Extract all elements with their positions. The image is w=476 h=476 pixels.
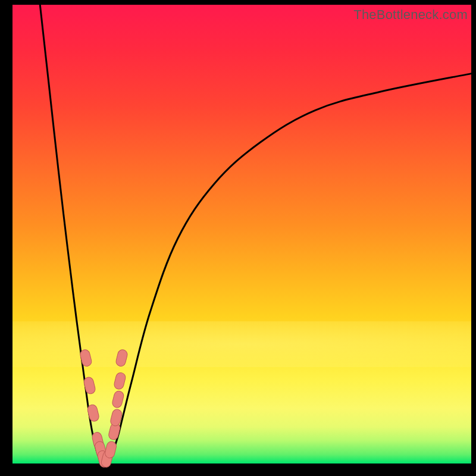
data-marker: [83, 376, 96, 394]
data-marker: [115, 349, 128, 367]
data-marker: [87, 404, 100, 422]
watermark-text: TheBottleneck.com: [353, 7, 468, 23]
curve-right-branch: [104, 74, 471, 464]
curves-svg: [12, 5, 471, 464]
chart-frame: TheBottleneck.com: [0, 0, 476, 476]
data-marker: [79, 349, 92, 367]
data-marker: [104, 440, 117, 459]
curve-left-branch: [40, 5, 104, 464]
data-marker: [111, 390, 124, 409]
data-marker: [113, 372, 126, 390]
plot-area: [12, 5, 471, 464]
